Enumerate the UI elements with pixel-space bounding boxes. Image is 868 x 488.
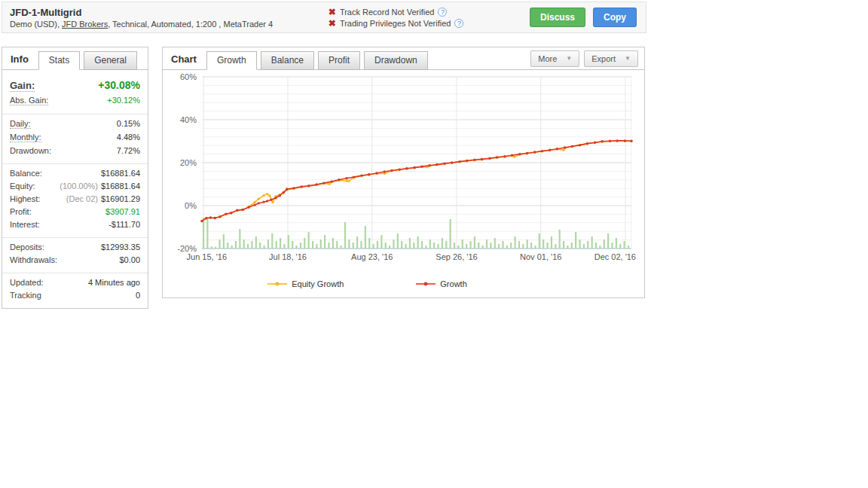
- data-point: [330, 180, 332, 182]
- activity-bar: [555, 244, 556, 249]
- data-point: [533, 151, 536, 153]
- data-point: [384, 170, 386, 172]
- data-point: [225, 212, 227, 215]
- activity-bar: [506, 246, 508, 249]
- stat-value: $0.00: [119, 255, 140, 264]
- tab-drawdown[interactable]: Drawdown: [364, 51, 428, 70]
- activity-bar: [542, 239, 544, 249]
- activity-bar: [450, 219, 451, 249]
- activity-bar: [231, 246, 233, 249]
- stat-value: 4.48%: [117, 133, 140, 142]
- stat-row: Gain:+30.08%: [2, 79, 148, 92]
- activity-bar: [575, 232, 576, 249]
- data-point: [518, 153, 521, 155]
- data-point: [278, 194, 280, 197]
- activity-bar: [389, 246, 390, 249]
- activity-bar: [243, 239, 245, 249]
- help-icon[interactable]: ?: [438, 8, 447, 17]
- activity-bar: [616, 238, 617, 249]
- account-subtitle: Demo (USD), JFD Brokers, Technical, Auto…: [10, 19, 329, 29]
- stat-row: Withdrawals:$0.00: [2, 255, 148, 264]
- activity-bar: [239, 229, 240, 249]
- more-dropdown[interactable]: More ▼: [530, 50, 579, 67]
- growth-chart[interactable]: 60%40%20%0%-20%Jun 15, '16Jul 18, '16Aug…: [163, 70, 644, 273]
- data-point: [594, 142, 596, 144]
- stat-value-note: (Dec 02): [66, 194, 98, 203]
- myfxbook-account-page: JFD-1-Multigrid Demo (USD), JFD Brokers,…: [0, 0, 868, 488]
- stat-label: Drawdown:: [10, 146, 51, 155]
- stat-value: $12993.35: [101, 242, 140, 252]
- stat-row: Drawdown:7.72%: [2, 146, 148, 155]
- data-point: [473, 159, 475, 161]
- activity-bar: [421, 241, 423, 249]
- tab-balance[interactable]: Balance: [261, 51, 314, 70]
- activity-bar: [308, 232, 310, 249]
- activity-bar: [445, 241, 447, 249]
- activity-bar: [591, 236, 593, 249]
- activity-bar: [344, 222, 346, 249]
- stat-value: (Dec 02)$16901.29: [66, 194, 140, 203]
- tab-stats[interactable]: Stats: [38, 51, 80, 70]
- track-record-status: ✖ Track Record Not Verified ?: [329, 8, 530, 17]
- activity-bar: [482, 246, 484, 249]
- svg-text:40%: 40%: [180, 115, 197, 124]
- activity-bar: [312, 241, 313, 249]
- activity-bar: [219, 239, 220, 249]
- data-point: [458, 160, 460, 163]
- activity-bar: [267, 239, 269, 249]
- data-point: [262, 194, 264, 197]
- data-point: [345, 177, 347, 179]
- activity-bar: [259, 242, 261, 249]
- legend-label: Equity Growth: [292, 279, 344, 288]
- tab-profit[interactable]: Profit: [318, 51, 360, 70]
- activity-bar: [385, 242, 387, 249]
- activity-bar: [442, 238, 443, 249]
- legend-item-growth[interactable]: Growth: [416, 279, 466, 288]
- data-point: [258, 202, 260, 204]
- copy-button[interactable]: Copy: [593, 8, 637, 27]
- activity-bar: [490, 242, 491, 249]
- activity-bar: [611, 242, 613, 249]
- activity-bar: [624, 241, 625, 249]
- activity-bar: [283, 244, 285, 249]
- tab-general[interactable]: General: [84, 51, 137, 70]
- info-panel-title: Info: [2, 50, 38, 69]
- stats-group: Gain:+30.08%Abs. Gain:+30.12%: [2, 79, 148, 114]
- broker-link[interactable]: JFD Brokers: [62, 20, 108, 29]
- activity-bar: [365, 226, 366, 249]
- activity-bar: [587, 241, 588, 249]
- data-point: [360, 174, 362, 176]
- activity-bar: [515, 236, 516, 249]
- chart-tabs: GrowthBalanceProfitDrawdown: [206, 51, 432, 69]
- stats-group: Balance:$16881.64Equity:(100.00%)$16881.…: [2, 169, 148, 238]
- activity-bar: [457, 246, 459, 249]
- legend-marker-icon: [416, 281, 436, 287]
- stats-list: Gain:+30.08%Abs. Gain:+30.12%Daily:0.15%…: [2, 70, 148, 308]
- data-point: [266, 193, 268, 195]
- stat-label: Tracking: [10, 291, 41, 300]
- tab-growth[interactable]: Growth: [206, 51, 257, 70]
- activity-bar: [377, 241, 378, 249]
- activity-bar: [401, 241, 402, 249]
- legend-item-equity-growth[interactable]: Equity Growth: [267, 279, 344, 288]
- help-icon[interactable]: ?: [454, 19, 463, 28]
- activity-bar: [381, 235, 382, 249]
- export-dropdown[interactable]: Export ▼: [584, 50, 638, 67]
- activity-bar: [579, 239, 580, 249]
- activity-bar: [288, 235, 289, 249]
- activity-bar: [429, 239, 431, 249]
- account-identity: JFD-1-Multigrid Demo (USD), JFD Brokers,…: [2, 6, 329, 29]
- verification-status: ✖ Track Record Not Verified ? ✖ Trading …: [329, 8, 530, 28]
- data-point: [338, 178, 340, 181]
- data-point: [526, 152, 528, 154]
- activity-bar: [502, 241, 503, 249]
- stat-value: +30.12%: [107, 96, 140, 105]
- data-point: [292, 187, 295, 189]
- discuss-button[interactable]: Discuss: [530, 8, 585, 27]
- activity-bar: [567, 246, 568, 249]
- activity-bar: [417, 236, 419, 249]
- activity-bar: [211, 246, 212, 249]
- data-point: [586, 142, 588, 145]
- activity-bar: [551, 236, 552, 249]
- stat-row: Balance:$16881.64: [2, 169, 148, 178]
